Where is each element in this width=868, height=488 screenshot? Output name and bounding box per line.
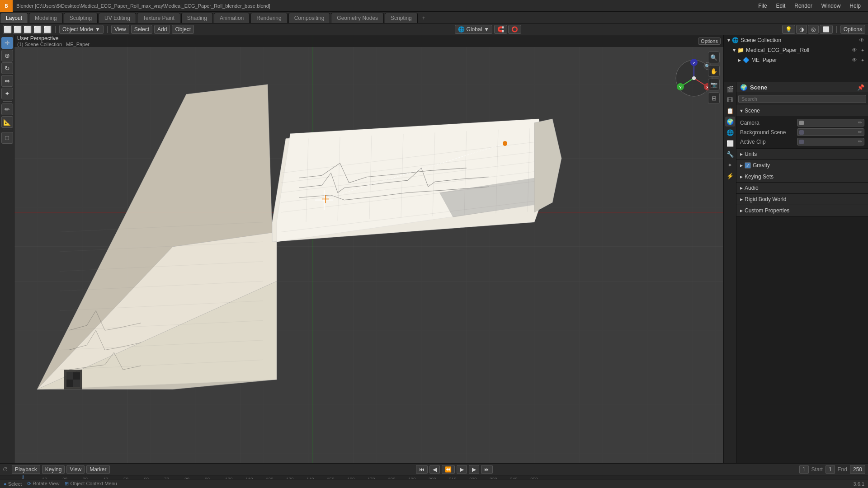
menu-file[interactable]: File (755, 2, 770, 10)
play-btn[interactable]: ▶ (457, 465, 467, 474)
end-frame-field[interactable]: 250 (850, 465, 865, 474)
world-props-icon[interactable]: 🌐 (725, 127, 735, 137)
outliner-item-scene-collection[interactable]: ▾ 🌐 Scene Collection 👁 (724, 35, 868, 45)
bg-scene-icon (799, 130, 804, 135)
outliner-item-ecg-roll[interactable]: ▾ 📁 Medical_ECG_Paper_Roll 👁 ✦ (729, 45, 868, 55)
select-menu[interactable]: Select (131, 25, 152, 34)
header-icon-5[interactable]: ⬜ (42, 25, 52, 34)
timeline-view-menu[interactable]: View (66, 465, 85, 474)
transform-global[interactable]: 🌐Global▼ (455, 25, 493, 34)
cursor-tool[interactable]: ✛ (1, 37, 13, 49)
gravity-checkbox[interactable] (745, 162, 751, 169)
view-layer-icon[interactable]: 📋 (725, 106, 735, 116)
viewport-options-btn[interactable]: Options (698, 38, 721, 45)
modifier-props-icon[interactable]: 🔧 (725, 149, 735, 159)
restrict-icon1[interactable]: ✦ (861, 48, 864, 53)
camera-edit-icon[interactable]: ✏ (858, 120, 862, 126)
grid-icon[interactable]: ⊞ (708, 92, 720, 104)
prop-search-input[interactable] (738, 95, 866, 103)
active-clip-value[interactable]: ✏ (797, 138, 864, 145)
menu-window[interactable]: Window (818, 2, 844, 10)
clip-edit-icon[interactable]: ✏ (858, 139, 862, 145)
marker-menu[interactable]: Marker (86, 465, 109, 474)
play-reverse-btn[interactable]: ⏪ (442, 465, 455, 474)
current-frame-field[interactable]: 1 (799, 465, 809, 474)
menu-render[interactable]: Render (791, 2, 816, 10)
camera-icon[interactable]: 📷 (708, 79, 720, 90)
tab-rendering[interactable]: Rendering (250, 13, 287, 23)
playback-menu[interactable]: Playback (12, 465, 40, 474)
tab-modeling[interactable]: Modeling (29, 13, 63, 23)
scene-props-icon[interactable]: 🌍 (725, 117, 735, 127)
outliner-item-me-paper[interactable]: ▸ 🔷 ME_Paper 👁 ✦ (735, 55, 868, 65)
scale-tool[interactable]: ⇔ (1, 75, 13, 87)
menu-edit[interactable]: Edit (773, 2, 789, 10)
pan-icon[interactable]: ✋ (708, 65, 720, 77)
physics-props-icon[interactable]: ⚡ (725, 171, 735, 181)
annotate-tool[interactable]: ✏ (1, 103, 13, 115)
visibility-icon-scene[interactable]: 👁 (859, 37, 864, 43)
header-icon-3[interactable]: ⬜ (23, 25, 32, 34)
bg-scene-value[interactable]: ✏ (797, 128, 864, 136)
rotate-tool[interactable]: ↻ (1, 62, 13, 74)
add-workspace-button[interactable]: + (419, 13, 429, 23)
audio-section-header[interactable]: ▸ Audio (736, 183, 868, 193)
tab-uv-editing[interactable]: UV Editing (99, 13, 136, 23)
render-props-icon[interactable]: 🎬 (725, 84, 735, 94)
sep3 (836, 26, 837, 33)
header-icon-1[interactable]: ⬜ (3, 25, 12, 34)
3d-viewport[interactable]: User Perspective (1) Scene Collection | … (14, 35, 723, 463)
keying-sets-header[interactable]: ▸ Keying Sets (736, 171, 868, 182)
tab-texture-paint[interactable]: Texture Paint (137, 13, 180, 23)
object-props-icon[interactable]: ⬜ (725, 138, 735, 148)
tab-geometry-nodes[interactable]: Geometry Nodes (331, 13, 384, 23)
start-frame-field[interactable]: 1 (826, 465, 835, 474)
scene-section-label: Scene (745, 108, 760, 114)
viewport-overlay[interactable]: ◎ (808, 25, 819, 34)
zoom-icon[interactable]: 🔍 (708, 52, 720, 63)
transform-tool[interactable]: ✦ (1, 88, 13, 99)
next-frame-btn[interactable]: ▶ (469, 465, 479, 474)
particles-props-icon[interactable]: ✦ (725, 160, 735, 170)
snap-btn[interactable]: 🧲 (494, 25, 507, 34)
header-icon-2[interactable]: ⬜ (13, 25, 22, 34)
options-btn[interactable]: Options (840, 25, 865, 34)
prop-panel-pin[interactable]: 📌 (857, 84, 864, 91)
jump-start-btn[interactable]: ⏮ (416, 465, 428, 474)
scene-section-header[interactable]: ▾ Scene (736, 105, 868, 116)
tab-compositing[interactable]: Compositing (288, 13, 330, 23)
add-menu[interactable]: Add (154, 25, 170, 34)
visibility-icon-ecg[interactable]: 👁 (852, 47, 857, 53)
visibility-icon-me[interactable]: 👁 (852, 57, 857, 63)
keying-menu[interactable]: Keying (42, 465, 65, 474)
object-menu[interactable]: Object (172, 25, 194, 34)
output-props-icon[interactable]: 🎞 (725, 95, 735, 105)
bg-edit-icon[interactable]: ✏ (858, 129, 862, 135)
xray-btn[interactable]: ⬜ (820, 25, 833, 34)
proportional-btn[interactable]: ⭕ (508, 25, 521, 34)
camera-value[interactable]: ✏ (797, 119, 864, 127)
tab-shading[interactable]: Shading (181, 13, 213, 23)
viewport-shading[interactable]: ◑ (796, 25, 807, 34)
units-section-header[interactable]: ▸ Units (736, 149, 868, 160)
viewport-canvas (14, 35, 723, 463)
tab-layout[interactable]: Layout (0, 13, 28, 23)
add-cube-tool[interactable]: □ (1, 132, 13, 144)
rigid-body-header[interactable]: ▸ Rigid Body World (736, 194, 868, 205)
menu-help[interactable]: Help (846, 2, 864, 10)
tab-scripting[interactable]: Scripting (385, 13, 418, 23)
header-icon-4[interactable]: ⬜ (33, 25, 42, 34)
prev-frame-btn[interactable]: ◀ (429, 465, 440, 474)
tab-sculpting[interactable]: Sculpting (64, 13, 98, 23)
context-menu-hint: ⊞ Object Context Menu (65, 481, 117, 487)
tab-animation[interactable]: Animation (214, 13, 250, 23)
jump-end-btn[interactable]: ⏭ (481, 465, 493, 474)
restrict-icon2[interactable]: ✦ (861, 58, 864, 63)
render-preview[interactable]: 💡 (782, 25, 795, 34)
custom-props-header[interactable]: ▸ Custom Properties (736, 205, 868, 216)
object-mode-dropdown[interactable]: Object Mode ▼ (59, 25, 104, 34)
view-menu[interactable]: View (111, 25, 129, 34)
measure-tool[interactable]: 📐 (1, 116, 13, 128)
gravity-section-header[interactable]: ▸ Gravity (736, 160, 868, 171)
move-tool[interactable]: ⊕ (1, 50, 13, 61)
